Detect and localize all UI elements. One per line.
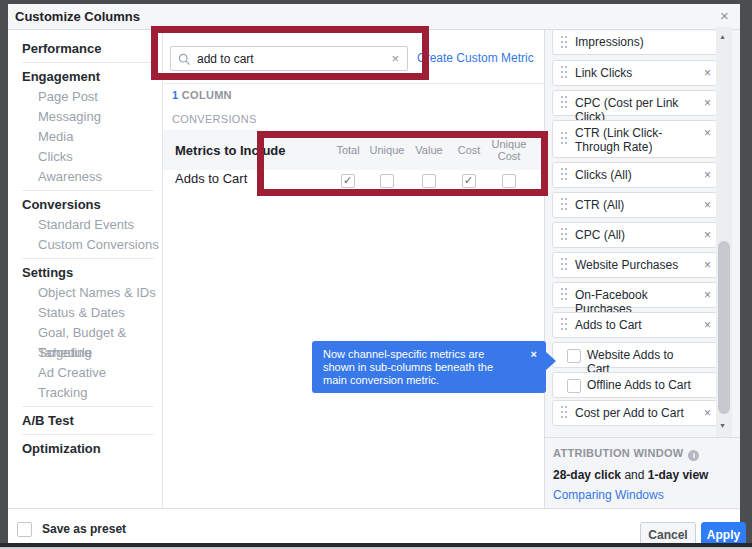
- remove-icon[interactable]: ×: [704, 318, 711, 332]
- selected-column-website-purchases[interactable]: Website Purchases ×: [552, 252, 718, 278]
- sidebar-item-engagement[interactable]: Engagement: [8, 67, 162, 87]
- sidebar-item-targeting[interactable]: Targeting: [8, 343, 162, 363]
- dialog-footer: Save as preset Cancel Apply: [8, 508, 740, 543]
- remove-icon[interactable]: ×: [704, 288, 711, 302]
- tooltip-channel-metrics: Now channel-specific metrics are shown i…: [312, 341, 546, 393]
- selected-column-link-clicks[interactable]: Link Clicks ×: [552, 60, 718, 86]
- selected-column-adds-to-cart[interactable]: Adds to Cart ×: [552, 312, 718, 338]
- divider: [22, 434, 154, 435]
- divider: [163, 83, 545, 84]
- tooltip-text: Now channel-specific metrics are shown i…: [323, 348, 518, 387]
- selected-column-cost-per-add-to-cart[interactable]: Cost per Add to Cart ×: [552, 400, 718, 426]
- sidebar-item-page-post[interactable]: Page Post: [8, 87, 162, 107]
- divider: [22, 62, 154, 63]
- drag-handle-icon[interactable]: [561, 198, 563, 200]
- remove-icon[interactable]: ×: [704, 406, 711, 420]
- drag-handle-icon[interactable]: [561, 228, 563, 230]
- column-header-unique: Unique: [363, 130, 411, 170]
- sub-checkbox[interactable]: [567, 349, 581, 363]
- dialog-title: Customize Columns: [15, 9, 140, 24]
- create-custom-metric-link[interactable]: Create Custom Metric: [417, 51, 534, 65]
- remove-icon[interactable]: ×: [704, 126, 711, 140]
- save-as-preset-label: Save as preset: [42, 522, 126, 536]
- save-as-preset-checkbox[interactable]: [17, 522, 32, 537]
- scroll-down-icon[interactable]: ▼: [719, 422, 729, 429]
- sidebar-item-ad-creative[interactable]: Ad Creative: [8, 363, 162, 383]
- column-count-label: COLUMN: [182, 89, 232, 101]
- search-icon: [178, 52, 191, 70]
- sub-checkbox[interactable]: [567, 379, 581, 393]
- selected-column-clicks-all[interactable]: Clicks (All) ×: [552, 162, 718, 188]
- metric-search-input[interactable]: add to cart ×: [170, 46, 408, 71]
- attribution-header: ATTRIBUTION WINDOWi: [553, 447, 699, 461]
- sidebar-item-awareness[interactable]: Awareness: [8, 167, 162, 187]
- sidebar-item-settings[interactable]: Settings: [8, 263, 162, 283]
- checkbox-unique-cost[interactable]: [502, 174, 516, 188]
- checkbox-cost[interactable]: [462, 174, 476, 188]
- info-icon[interactable]: i: [688, 450, 699, 461]
- remove-icon[interactable]: ×: [704, 258, 711, 272]
- comparing-windows-link[interactable]: Comparing Windows: [553, 488, 664, 502]
- drag-handle-icon[interactable]: [561, 132, 563, 134]
- sidebar-item-status-dates[interactable]: Status & Dates: [8, 303, 162, 323]
- drag-handle-icon[interactable]: [561, 36, 563, 38]
- divider: [22, 406, 154, 407]
- selected-column-cpc-all[interactable]: CPC (All) ×: [552, 222, 718, 248]
- sidebar-item-performance[interactable]: Performance: [8, 39, 162, 59]
- attribution-window-section: ATTRIBUTION WINDOWi 28-day click and 1-d…: [545, 437, 740, 508]
- sidebar-item-clicks[interactable]: Clicks: [8, 147, 162, 167]
- selected-columns-panel: Impressions) Link Clicks × CPC (Cost per…: [545, 30, 740, 441]
- panel-scrollbar-thumb[interactable]: [718, 241, 730, 414]
- drag-handle-icon[interactable]: [561, 406, 563, 408]
- column-header-unique-cost: Unique Cost: [485, 130, 533, 170]
- sidebar-item-tracking[interactable]: Tracking: [8, 383, 162, 403]
- conversions-section-header: CONVERSIONS: [172, 113, 257, 125]
- sidebar-item-media[interactable]: Media: [8, 127, 162, 147]
- selected-column-impressions[interactable]: Impressions): [552, 31, 718, 55]
- divider: [22, 190, 154, 191]
- checkbox-unique[interactable]: [380, 174, 394, 188]
- metric-row-label: Adds to Cart: [175, 171, 247, 186]
- checkbox-total[interactable]: [341, 174, 355, 188]
- metrics-panel: [163, 30, 545, 512]
- drag-handle-icon[interactable]: [561, 66, 563, 68]
- screen: Customize Columns × Performance Engageme…: [0, 0, 752, 549]
- metrics-to-include-label: Metrics to Include: [175, 143, 286, 158]
- sidebar-item-messaging[interactable]: Messaging: [8, 107, 162, 127]
- sidebar-item-standard-events[interactable]: Standard Events: [8, 215, 162, 235]
- column-count: 1 COLUMN: [172, 89, 232, 101]
- selected-column-cpc-link[interactable]: CPC (Cost per Link Click) ×: [552, 90, 718, 116]
- selected-column-ctr-all[interactable]: CTR (All) ×: [552, 192, 718, 218]
- category-sidebar: Performance Engagement Page Post Messagi…: [8, 30, 163, 508]
- drag-handle-icon[interactable]: [561, 258, 563, 260]
- search-input-value: add to cart: [197, 52, 254, 66]
- divider: [22, 258, 154, 259]
- selected-column-ctr-link[interactable]: CTR (Link Click-Through Rate) ×: [552, 120, 718, 158]
- attribution-value: 28-day click and 1-day view: [553, 468, 708, 482]
- remove-icon[interactable]: ×: [704, 228, 711, 242]
- sidebar-item-goal-budget-schedule[interactable]: Goal, Budget & Schedule: [8, 323, 162, 343]
- sidebar-item-optimization[interactable]: Optimization: [8, 439, 162, 459]
- sidebar-item-conversions[interactable]: Conversions: [8, 195, 162, 215]
- drag-handle-icon[interactable]: [561, 288, 563, 290]
- checkbox-value[interactable]: [422, 174, 436, 188]
- remove-icon[interactable]: ×: [704, 198, 711, 212]
- clear-search-icon[interactable]: ×: [391, 51, 399, 66]
- column-count-number: 1: [172, 89, 178, 101]
- dialog-header: Customize Columns ×: [8, 4, 740, 30]
- sidebar-item-object-names-ids[interactable]: Object Names & IDs: [8, 283, 162, 303]
- selected-column-offline-adds-to-cart[interactable]: Offline Adds to Cart: [552, 372, 718, 398]
- dialog-close-icon[interactable]: ×: [720, 8, 729, 24]
- scroll-up-icon[interactable]: ▲: [719, 33, 729, 40]
- sidebar-item-custom-conversions[interactable]: Custom Conversions: [8, 235, 162, 255]
- drag-handle-icon[interactable]: [561, 318, 563, 320]
- remove-icon[interactable]: ×: [704, 66, 711, 80]
- tooltip-close-icon[interactable]: ×: [531, 348, 537, 360]
- remove-icon[interactable]: ×: [704, 168, 711, 182]
- sidebar-item-ab-test[interactable]: A/B Test: [8, 411, 162, 431]
- selected-column-on-facebook-purchases[interactable]: On-Facebook Purchases ×: [552, 282, 718, 308]
- drag-handle-icon[interactable]: [561, 96, 563, 98]
- remove-icon[interactable]: ×: [704, 96, 711, 110]
- drag-handle-icon[interactable]: [561, 168, 563, 170]
- selected-column-website-adds-to-cart[interactable]: Website Adds to Cart: [552, 342, 718, 368]
